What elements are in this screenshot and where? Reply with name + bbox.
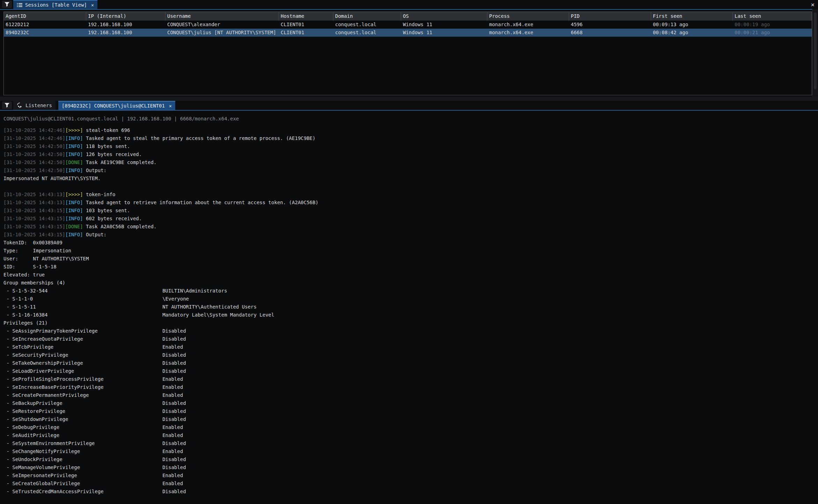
console-line: [31-10-2025 14:43:15][INFO] 602 bytes re… [3, 215, 818, 223]
console-seg-info: [INFO] [65, 151, 83, 157]
console-seg-info: [INFO] [65, 135, 83, 141]
console-seg-body: - SeProfileSingleProcessPrivilege [3, 376, 162, 382]
filter-button-bottom[interactable] [2, 102, 12, 109]
tab-label: Sessions [Table View] [25, 2, 87, 8]
console-seg-body: BUILTIN\Administrators [162, 288, 227, 294]
sessions-table-panel: AgentIDIP (Internal)UsernameHostnameDoma… [3, 12, 812, 95]
console-line: [31-10-2025 14:42:50][INFO] 126 bytes re… [3, 150, 818, 158]
tab-close-icon[interactable]: ✕ [169, 103, 172, 109]
column-header-last-seen[interactable]: Last seen [733, 12, 812, 21]
console-seg-body: User: NT AUTHORITY\SYSTEM [3, 256, 89, 261]
cell-hostname: CLIENT01 [279, 21, 333, 29]
console-line: [31-10-2025 14:42:46][>>>>] steal-token … [3, 126, 818, 134]
column-header-ip-internal-[interactable]: IP (Internal) [86, 12, 165, 21]
console-seg-body: 103 bytes sent. [83, 208, 130, 213]
console-line: - SeAuditPrivilege Enabled [3, 431, 818, 439]
tab-close-icon[interactable]: ✕ [91, 2, 94, 8]
console-seg-body: \Everyone [162, 296, 189, 302]
console-seg-body: Disabled [162, 360, 186, 366]
console-line: [31-10-2025 14:43:13][INFO] Tasked agent… [3, 199, 818, 207]
console-tabbar: Listeners [894D232C] CONQUEST\julius@CLI… [0, 101, 818, 111]
window-close-icon[interactable]: ✕ [811, 1, 815, 8]
console-seg-body: Disabled [162, 336, 186, 342]
session-row-6122D212[interactable]: 6122D212192.168.168.100CONQUEST\alexande… [4, 21, 812, 29]
tab-sessions-table-view[interactable]: Sessions [Table View] ✕ [13, 0, 97, 9]
vertical-scrollbar-thumb[interactable] [814, 13, 817, 89]
console-seg-body: Disabled [162, 400, 186, 406]
console-seg-body: - SeTrustedCredManAccessPrivilege [3, 489, 162, 494]
satellite-icon [17, 103, 23, 108]
console-seg-body: - SeImpersonatePrivilege [3, 473, 162, 478]
sessions-table-body: 6122D212192.168.168.100CONQUEST\alexande… [4, 21, 812, 37]
console-seg-body: token-info [83, 192, 116, 197]
console-seg-ts: [31-10-2025 14:43:15] [3, 216, 65, 221]
console-seg-body: Enabled [162, 481, 183, 486]
console-seg-body: SID: S-1-5-18 [3, 264, 57, 269]
column-header-os[interactable]: OS [401, 12, 487, 21]
console-seg-body: NT AUTHORITY\Authenticated Users [162, 304, 257, 310]
console-line: - SeSecurityPrivilege Disabled [3, 351, 818, 359]
session-row-894D232C[interactable]: 894D232C192.168.168.100CONQUEST\julius [… [4, 29, 812, 37]
column-header-first-seen[interactable]: First seen [651, 12, 733, 21]
console-line: - S-1-5-11 NT AUTHORITY\Authenticated Us… [3, 303, 818, 311]
console-line: - S-1-16-16384 Mandatory Label\System Ma… [3, 311, 818, 319]
console-line: - SeTrustedCredManAccessPrivilege Disabl… [3, 488, 818, 496]
console-line: - SeSystemEnvironmentPrivilege Disabled [3, 439, 818, 447]
console-seg-ts: [31-10-2025 14:42:46] [3, 135, 65, 141]
console-seg-body: Task A2A0C56B completed. [83, 224, 157, 229]
sessions-tabbar: Sessions [Table View] ✕ ✕ [0, 0, 818, 10]
console-seg-body: Type: Impersonation [3, 248, 71, 253]
console-seg-body: 126 bytes received. [83, 151, 142, 157]
console-line: - SeRestorePrivilege Disabled [3, 407, 818, 415]
console-seg-body: - SeSystemEnvironmentPrivilege [3, 440, 162, 446]
console-seg-body: - S-1-16-16384 [3, 312, 162, 318]
console-seg-body: - SeTakeOwnershipPrivilege [3, 360, 162, 366]
console-seg-done: [DONE] [65, 224, 83, 229]
console-line: - SeAssignPrimaryTokenPrivilege Disabled [3, 327, 818, 335]
column-header-domain[interactable]: Domain [333, 12, 401, 21]
console-seg-info: [INFO] [65, 200, 83, 205]
console-seg-body: - SeTcbPrivilege [3, 344, 162, 350]
vertical-scrollbar[interactable] [812, 9, 818, 97]
tab-label: Listeners [25, 103, 52, 108]
console-line: [31-10-2025 14:43:15][INFO] 103 bytes se… [3, 207, 818, 215]
console-seg-info: [INFO] [65, 143, 83, 149]
console-seg-done: [DONE] [65, 160, 83, 165]
console-line: [31-10-2025 14:43:15][INFO] Output: [3, 231, 818, 239]
tab-listeners[interactable]: Listeners [13, 101, 56, 110]
console-seg-ts: [31-10-2025 14:43:15] [3, 232, 65, 237]
console-line: - SeCreateGlobalPrivilege Enabled [3, 480, 818, 488]
console-line: [31-10-2025 14:42:46][INFO] Tasked agent… [3, 134, 818, 142]
filter-button[interactable] [2, 1, 12, 8]
console-seg-body: - S-1-5-32-544 [3, 288, 162, 294]
console-line: - SeImpersonatePrivilege Enabled [3, 472, 818, 480]
console-line: - SeShutdownPrivilege Disabled [3, 415, 818, 423]
cell-ip-internal-: 192.168.168.100 [86, 29, 165, 37]
console-seg-ts: [31-10-2025 14:43:15] [3, 208, 65, 213]
console-seg-body: Enabled [162, 449, 183, 454]
console-line: Privileges (21) [3, 319, 818, 327]
console-seg-body: - SeLoadDriverPrivilege [3, 368, 162, 374]
cell-last-seen: 00:00:21 ago [733, 29, 812, 37]
console-line: Impersonated NT AUTHORITY\SYSTEM. [3, 175, 818, 183]
column-header-hostname[interactable]: Hostname [279, 12, 333, 21]
console-seg-ts: [31-10-2025 14:43:15] [3, 224, 65, 229]
tab-session-894D232C[interactable]: [894D232C] CONQUEST\julius@CLIENT01 ✕ [58, 101, 175, 110]
console-seg-body: Disabled [162, 440, 186, 446]
console-seg-body: - SeUndockPrivilege [3, 457, 162, 462]
console-line: - SeManageVolumePrivilege Disabled [3, 464, 818, 472]
column-header-process[interactable]: Process [487, 12, 569, 21]
console-line: SID: S-1-5-18 [3, 263, 818, 271]
cell-domain: conquest.local [333, 29, 401, 37]
console-line: - SeBackupPrivilege Disabled [3, 399, 818, 407]
column-header-agentid[interactable]: AgentID [4, 12, 86, 21]
column-header-username[interactable]: Username [165, 12, 279, 21]
console-seg-body: Elevated: true [3, 272, 45, 277]
console-seg-body: Output: [83, 168, 106, 173]
horizontal-scrollbar[interactable] [0, 97, 818, 101]
console-seg-body: TokenID: 0x00389A09 [3, 240, 62, 245]
cell-ip-internal-: 192.168.168.100 [86, 21, 165, 29]
column-header-pid[interactable]: PID [569, 12, 651, 21]
console-line: - SeIncreaseBasePriorityPrivilege Enable… [3, 383, 818, 391]
console-line: User: NT AUTHORITY\SYSTEM [3, 255, 818, 263]
